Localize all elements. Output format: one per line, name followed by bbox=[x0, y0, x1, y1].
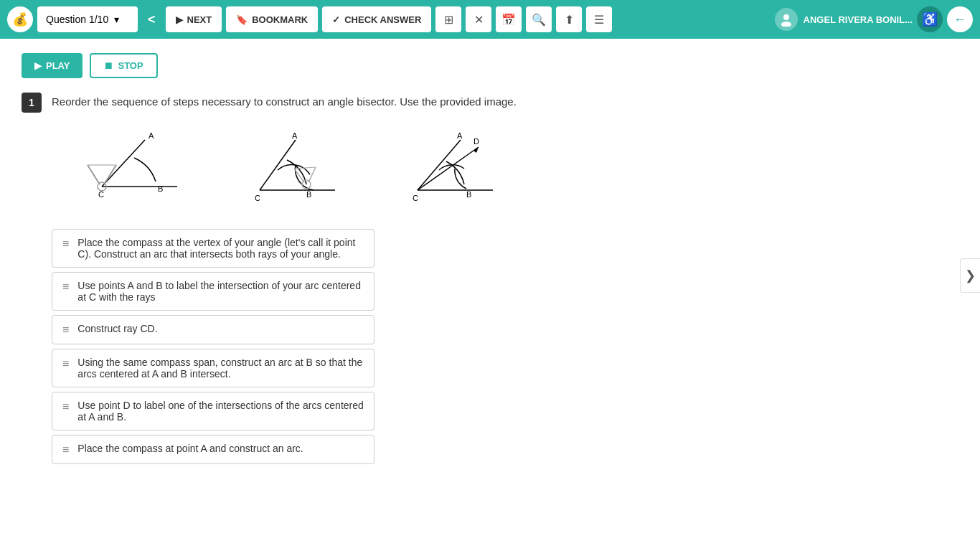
app-logo: 💰 bbox=[7, 6, 33, 32]
drag-handle-icon: ≡ bbox=[62, 400, 69, 413]
step-text: Use point D to label one of the intersec… bbox=[77, 400, 364, 423]
drag-handle-icon: ≡ bbox=[62, 280, 69, 293]
calendar-button[interactable]: 📅 bbox=[496, 6, 522, 32]
back-arrow-icon: ← bbox=[953, 12, 966, 27]
svg-text:C: C bbox=[413, 194, 418, 202]
svg-line-8 bbox=[88, 165, 100, 184]
svg-line-22 bbox=[418, 147, 479, 190]
close-x-icon: ✕ bbox=[474, 13, 484, 27]
zoom-button[interactable]: 🔍 bbox=[526, 6, 552, 32]
svg-line-15 bbox=[308, 167, 316, 182]
main-content: ▶ PLAY ⏹ STOP 1 Reorder the sequence of … bbox=[0, 39, 980, 551]
next-arrow-icon: ▶ bbox=[176, 14, 183, 25]
menu-icon: ☰ bbox=[594, 13, 604, 27]
bookmark-icon: 🔖 bbox=[236, 14, 248, 25]
question-selector[interactable]: Question 1/10 ▾ bbox=[37, 6, 138, 32]
upload-button[interactable]: ⬆ bbox=[556, 6, 582, 32]
step-text: Using the same compass span, construct a… bbox=[77, 357, 364, 380]
bookmark-button[interactable]: 🔖 BOOKMARK bbox=[226, 6, 318, 32]
svg-text:B: B bbox=[466, 190, 471, 199]
svg-text:B: B bbox=[306, 190, 311, 199]
svg-text:A: A bbox=[292, 131, 298, 140]
user-info: ANGEL RIVERA BONIL... bbox=[775, 8, 913, 31]
avatar bbox=[775, 8, 798, 31]
upload-icon: ⬆ bbox=[565, 13, 574, 27]
svg-text:B: B bbox=[158, 184, 163, 193]
accessibility-button[interactable]: ♿ bbox=[917, 6, 943, 32]
list-item[interactable]: ≡ Place the compass at the vertex of you… bbox=[52, 229, 374, 268]
prev-icon: < bbox=[148, 12, 156, 27]
next-button[interactable]: ▶ NEXT bbox=[166, 6, 222, 32]
chevron-right-icon: ❯ bbox=[965, 268, 976, 283]
svg-text:C: C bbox=[255, 194, 260, 202]
drag-handle-icon: ≡ bbox=[62, 323, 69, 336]
list-item[interactable]: ≡ Place the compass at point A and const… bbox=[52, 435, 374, 464]
drag-handle-icon: ≡ bbox=[62, 443, 69, 456]
svg-point-1 bbox=[781, 22, 791, 27]
right-panel-toggle[interactable]: ❯ bbox=[960, 258, 980, 293]
check-answer-button[interactable]: ✓ CHECK ANSWER bbox=[322, 6, 431, 32]
step-text: Place the compass at point A and constru… bbox=[77, 443, 303, 454]
svg-point-0 bbox=[783, 14, 789, 20]
prev-button[interactable]: < bbox=[142, 6, 161, 32]
chevron-down-icon: ▾ bbox=[114, 14, 119, 25]
diagram-3: A D C B bbox=[367, 126, 496, 212]
check-icon: ✓ bbox=[332, 14, 340, 25]
list-item[interactable]: ≡ Use points A and B to label the inters… bbox=[52, 272, 374, 311]
step-text: Construct ray CD. bbox=[77, 323, 157, 334]
svg-text:A: A bbox=[457, 131, 463, 140]
diagram-1: A C B bbox=[52, 126, 181, 212]
step-text: Use points A and B to label the intersec… bbox=[77, 280, 364, 303]
drag-handle-icon: ≡ bbox=[62, 237, 69, 250]
stop-button[interactable]: ⏹ STOP bbox=[90, 53, 157, 78]
svg-line-9 bbox=[104, 165, 116, 184]
zoom-icon: 🔍 bbox=[532, 13, 546, 27]
svg-text:C: C bbox=[98, 190, 104, 199]
drag-handle-icon: ≡ bbox=[62, 357, 69, 370]
svg-text:D: D bbox=[473, 137, 479, 146]
grid-icon: ⊞ bbox=[444, 13, 453, 27]
question-row: 1 Reorder the sequence of steps necessar… bbox=[22, 93, 958, 113]
play-button[interactable]: ▶ PLAY bbox=[22, 53, 83, 78]
steps-list: ≡ Place the compass at the vertex of you… bbox=[52, 229, 374, 464]
step-text: Place the compass at the vertex of your … bbox=[77, 237, 364, 260]
playback-controls: ▶ PLAY ⏹ STOP bbox=[22, 53, 958, 78]
top-navigation: 💰 Question 1/10 ▾ < ▶ NEXT 🔖 BOOKMARK ✓ … bbox=[0, 0, 980, 39]
svg-text:A: A bbox=[149, 131, 154, 140]
back-button[interactable]: ← bbox=[947, 6, 973, 32]
diagrams-row: A C B bbox=[52, 126, 958, 212]
calendar-icon: 📅 bbox=[501, 13, 516, 27]
list-item[interactable]: ≡ Use point D to label one of the inters… bbox=[52, 392, 374, 430]
menu-button[interactable]: ☰ bbox=[586, 6, 612, 32]
question-text: Reorder the sequence of steps necessary … bbox=[52, 93, 517, 108]
question-number: 1 bbox=[22, 93, 42, 113]
diagram-2: A C B bbox=[209, 126, 339, 212]
play-icon: ▶ bbox=[34, 60, 42, 71]
list-item[interactable]: ≡ Construct ray CD. bbox=[52, 315, 374, 344]
close-x-button[interactable]: ✕ bbox=[466, 6, 491, 32]
accessibility-icon: ♿ bbox=[922, 11, 938, 27]
stop-icon: ⏹ bbox=[104, 60, 113, 71]
list-item[interactable]: ≡ Using the same compass span, construct… bbox=[52, 349, 374, 387]
svg-line-2 bbox=[102, 140, 145, 187]
grid-button[interactable]: ⊞ bbox=[435, 6, 461, 32]
